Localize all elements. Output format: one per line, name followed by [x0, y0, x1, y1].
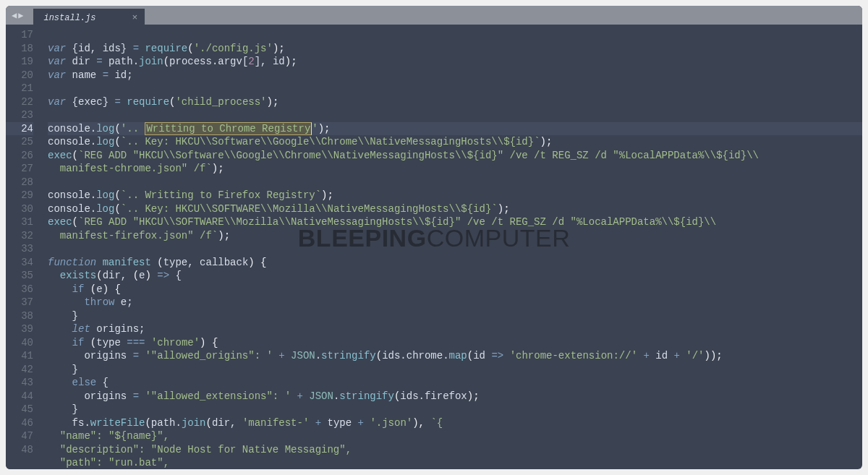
code-line[interactable]: var {exec} = require('child_process');	[48, 95, 862, 109]
line-number: 19	[6, 55, 33, 69]
code-line[interactable]: if (e) {	[48, 283, 862, 296]
editor-window: ◀ ▶ install.js × 17181920212223242526272…	[6, 6, 862, 469]
line-number: 46	[6, 416, 33, 430]
line-number: 34	[6, 256, 33, 270]
code-line[interactable]: throw e;	[48, 296, 862, 309]
code-line[interactable]: }	[48, 403, 862, 416]
code-line[interactable]: console.log('.. Writting to Chrome Regis…	[48, 122, 862, 136]
nav-arrows: ◀ ▶	[6, 6, 29, 25]
line-number: 43	[6, 376, 33, 390]
tab-filename: install.js	[43, 13, 95, 23]
line-number: 20	[6, 69, 33, 82]
line-number: 17	[6, 28, 33, 42]
code-line[interactable]: exists(dir, (e) => {	[48, 269, 862, 283]
line-number: 32	[6, 229, 33, 243]
code-line[interactable]: manifest-chrome.json" /f`);	[48, 162, 862, 176]
line-number: 25	[6, 135, 33, 149]
code-line[interactable]: origins = '"allowed_origins": ' + JSON.s…	[48, 349, 862, 363]
line-number: 31	[6, 215, 33, 229]
code-line[interactable]: fs.writeFile(path.join(dir, 'manifest-' …	[48, 416, 862, 430]
code-line[interactable]: console.log(`.. Key: HKCU\\SOFTWARE\\Moz…	[48, 202, 862, 216]
line-number: 30	[6, 202, 33, 216]
line-number-gutter: 1718192021222324252627282930313233343536…	[6, 25, 41, 469]
line-number: 28	[6, 176, 33, 189]
line-number: 18	[6, 42, 33, 56]
line-number: 47	[6, 429, 33, 443]
line-number: 41	[6, 349, 33, 363]
code-line[interactable]: console.log(`.. Key: HKCU\\Software\\Goo…	[48, 135, 862, 149]
code-line[interactable]	[48, 108, 862, 122]
code-line[interactable]	[48, 242, 862, 256]
code-line[interactable]: }	[48, 363, 862, 377]
file-tab[interactable]: install.js ×	[33, 9, 145, 25]
line-number: 40	[6, 336, 33, 350]
code-line[interactable]: var dir = path.join(process.argv[2], id)…	[48, 55, 862, 69]
code-line[interactable]: }	[48, 309, 862, 323]
code-line[interactable]: "path": "run.bat",	[48, 456, 862, 469]
line-number: 38	[6, 309, 33, 323]
code-line[interactable]: else {	[48, 376, 862, 390]
editor-body: 1718192021222324252627282930313233343536…	[6, 25, 862, 469]
line-number: 27	[6, 162, 33, 176]
line-number: 39	[6, 322, 33, 336]
line-number: 24	[6, 122, 33, 136]
nav-back-icon[interactable]: ◀	[12, 10, 17, 21]
tab-bar: ◀ ▶ install.js ×	[6, 6, 862, 25]
line-number: 42	[6, 363, 33, 377]
nav-forward-icon[interactable]: ▶	[18, 10, 23, 21]
line-number: 29	[6, 189, 33, 202]
code-area[interactable]: var {id, ids} = require('./config.js');v…	[41, 25, 862, 469]
code-line[interactable]	[48, 82, 862, 95]
line-number: 33	[6, 242, 33, 256]
code-line[interactable]: exec(`REG ADD "HKCU\\Software\\Google\\C…	[48, 149, 862, 163]
code-line[interactable]: function manifest (type, callback) {	[48, 256, 862, 270]
code-line[interactable]: console.log(`.. Writting to Firefox Regi…	[48, 189, 862, 202]
line-number: 35	[6, 269, 33, 283]
line-number: 36	[6, 283, 33, 296]
code-line[interactable]: origins = '"allowed_extensions": ' + JSO…	[48, 390, 862, 403]
code-line[interactable]: var name = id;	[48, 69, 862, 82]
line-number: 48	[6, 443, 33, 457]
line-number: 26	[6, 149, 33, 163]
line-number: 37	[6, 296, 33, 309]
code-line[interactable]: exec(`REG ADD "HKCU\\SOFTWARE\\Mozilla\\…	[48, 215, 862, 229]
code-line[interactable]	[48, 176, 862, 189]
code-line[interactable]	[48, 28, 862, 42]
code-line[interactable]: manifest-firefox.json" /f`);	[48, 229, 862, 243]
line-number: 21	[6, 82, 33, 95]
line-number: 22	[6, 95, 33, 109]
tab-close-icon[interactable]: ×	[132, 12, 137, 23]
code-line[interactable]: if (type === 'chrome') {	[48, 336, 862, 350]
code-line[interactable]: "description": "Node Host for Native Mes…	[48, 443, 862, 457]
line-number: 45	[6, 403, 33, 416]
line-number: 23	[6, 108, 33, 122]
code-line[interactable]: let origins;	[48, 322, 862, 336]
code-line[interactable]: var {id, ids} = require('./config.js');	[48, 42, 862, 56]
code-line[interactable]: "name": "${name}",	[48, 429, 862, 443]
line-number: 44	[6, 390, 33, 403]
